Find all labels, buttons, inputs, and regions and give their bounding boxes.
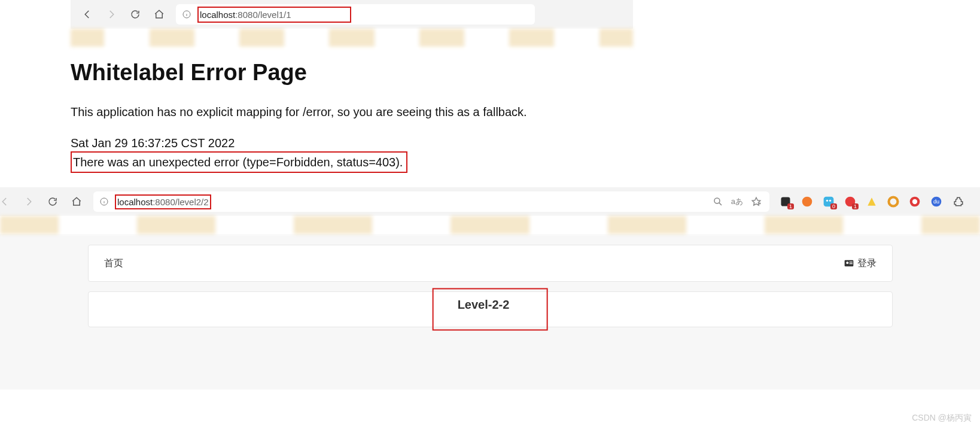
error-detail: There was an unexpected error (type=Forb… [71,151,407,173]
screenshot-2: localhost:8080/level2/2 aあ 1 0 1 du [0,187,980,390]
error-mapping-text: This application has no explicit mapping… [71,104,645,120]
extension-icon[interactable] [908,195,921,208]
bookmark-bar-1 [71,29,633,47]
forward-icon [22,194,36,209]
refresh-icon[interactable] [128,7,142,22]
address-bar-2[interactable]: localhost:8080/level2/2 aあ [93,191,769,212]
translate-icon[interactable]: aあ [731,196,743,207]
svg-point-15 [829,200,831,202]
extension-badge: 0 [830,203,837,209]
extension-icon[interactable]: 0 [822,195,835,208]
extensions-area: 1 0 1 du [779,194,968,209]
extension-icon[interactable] [887,195,900,208]
svg-marker-8 [752,197,760,205]
level-title: Level-2-2 [433,288,548,331]
back-icon[interactable] [80,7,95,22]
svg-point-14 [826,200,828,202]
app-content-card: Level-2-2 [88,291,893,327]
svg-point-6 [714,198,720,203]
svg-text:du: du [933,199,939,205]
error-title: Whitelabel Error Page [71,60,645,86]
refresh-icon[interactable] [45,194,60,209]
id-card-icon [844,259,854,267]
login-button[interactable]: 登录 [844,257,876,270]
browser-toolbar-2: localhost:8080/level2/2 aあ 1 0 1 du [0,187,980,216]
extension-icon[interactable]: 1 [779,195,792,208]
app-header-card: 首页 登录 [88,245,893,282]
extension-icon[interactable]: du [930,195,943,208]
svg-point-12 [802,197,812,207]
svg-line-7 [719,203,722,205]
svg-point-23 [846,261,848,264]
login-label: 登录 [857,257,876,270]
home-icon[interactable] [69,194,84,209]
browser-toolbar-1: localhost:8080/level1/1 [71,0,633,29]
back-icon [0,194,12,209]
error-detail-text: There was an unexpected error (type=Forb… [73,156,403,169]
favorite-add-icon[interactable] [749,194,763,209]
extension-icon[interactable] [865,195,878,208]
site-info-icon[interactable] [182,10,191,19]
search-in-page-icon[interactable] [711,194,725,209]
bookmark-bar-2 [0,216,980,234]
address-bar-1[interactable]: localhost:8080/level1/1 [176,4,535,25]
extension-badge: 1 [852,203,859,209]
error-timestamp: Sat Jan 29 16:37:25 CST 2022 [71,135,645,151]
error-page: Whitelabel Error Page This application h… [71,47,645,184]
home-link[interactable]: 首页 [104,257,123,270]
extension-badge: 1 [787,203,794,209]
extension-icon[interactable]: 1 [844,195,857,208]
extension-icon[interactable] [801,195,814,208]
svg-rect-25 [849,263,852,264]
forward-icon [104,7,118,22]
screenshot-1: localhost:8080/level1/1 Whitelabel Error… [0,0,980,184]
svg-point-17 [889,197,898,206]
extensions-menu-icon[interactable] [951,194,966,209]
url-text-1: localhost:8080/level1/1 [197,7,351,23]
home-icon[interactable] [152,7,166,22]
svg-point-19 [912,199,917,204]
url-text-2: localhost:8080/level2/2 [115,194,211,209]
svg-rect-24 [849,261,852,262]
site-info-icon[interactable] [99,197,109,206]
level-title-text: Level-2-2 [458,298,510,311]
app-content: 首页 登录 Level-2-2 [0,234,980,390]
